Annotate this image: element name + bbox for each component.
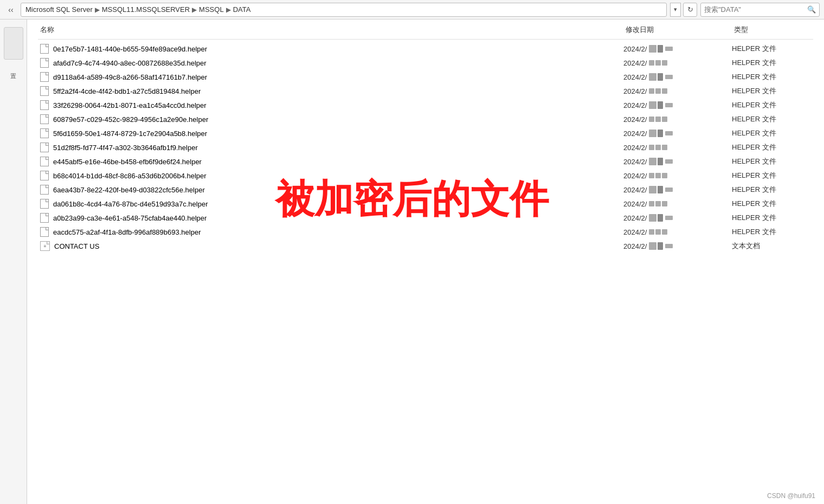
file-name: 0e17e5b7-1481-440e-b655-594fe89ace9d.hel… xyxy=(53,45,207,53)
main-content: 置 名称 修改日期 类型 0e17e5b7-1481-440e-b655-594… xyxy=(0,20,824,504)
file-icon xyxy=(40,44,49,54)
file-type: 文本文档 xyxy=(732,241,813,251)
file-icon xyxy=(40,171,49,180)
table-row[interactable]: 6aea43b7-8e22-420f-be49-d03822cfc56e.hel… xyxy=(38,183,813,197)
address-bar: ‹‹ Microsoft SQL Server ▶ MSSQL11.MSSQLS… xyxy=(0,0,824,20)
table-row[interactable]: e445abf5-e16e-46be-b458-efb6f9de6f24.hel… xyxy=(38,154,813,169)
file-date: 2024/2/ xyxy=(623,72,732,82)
file-type: HELPER 文件 xyxy=(732,128,813,138)
dropdown-arrow[interactable]: ▾ xyxy=(670,3,681,17)
col-header-name[interactable]: 名称 xyxy=(38,24,623,36)
date-blurred xyxy=(649,158,673,165)
file-name: 33f26298-0064-42b1-8071-ea1c45a4cc0d.hel… xyxy=(53,101,207,109)
file-name: d9118a64-a589-49c8-a266-58af147161b7.hel… xyxy=(53,73,207,81)
file-type: HELPER 文件 xyxy=(732,171,813,180)
file-name-cell: e445abf5-e16e-46be-b458-efb6f9de6f24.hel… xyxy=(38,157,623,166)
refresh-button[interactable]: ↻ xyxy=(683,3,697,17)
file-type: HELPER 文件 xyxy=(732,86,813,96)
table-row[interactable]: CONTACT US 2024/2/ 文本文档 xyxy=(38,239,813,253)
date-blurred xyxy=(649,242,673,250)
date-blurred xyxy=(649,229,667,235)
file-name: eacdc575-a2af-4f1a-8dfb-996af889b693.hel… xyxy=(53,228,201,236)
file-name-cell: 5f6d1659-50e1-4874-8729-1c7e2904a5b8.hel… xyxy=(38,128,623,138)
file-date: 2024/2/ xyxy=(623,58,732,68)
file-date: 2024/2/ xyxy=(623,86,732,96)
sidebar: 置 xyxy=(0,20,27,504)
col-header-date[interactable]: 修改日期 xyxy=(623,24,732,36)
file-type: HELPER 文件 xyxy=(732,114,813,124)
date-blurred xyxy=(649,117,667,122)
file-date: 2024/2/ xyxy=(623,114,732,124)
breadcrumb-sep-2: ▶ xyxy=(192,6,197,14)
breadcrumb-mssql11[interactable]: MSSQL11.MSSQLSERVER xyxy=(102,5,190,14)
file-icon xyxy=(40,213,49,223)
date-prefix: 2024/2/ xyxy=(623,228,647,236)
file-name-cell: CONTACT US xyxy=(38,241,623,251)
date-blurred xyxy=(649,130,673,137)
date-blurred xyxy=(649,201,667,206)
search-bar[interactable]: 🔍 xyxy=(700,3,820,17)
date-prefix: 2024/2/ xyxy=(623,87,647,95)
explorer-window: ‹‹ Microsoft SQL Server ▶ MSSQL11.MSSQLS… xyxy=(0,0,824,504)
table-row[interactable]: 60879e57-c029-452c-9829-4956c1a2e90e.hel… xyxy=(38,112,813,126)
search-input[interactable] xyxy=(704,5,805,14)
file-icon xyxy=(40,241,50,251)
file-date: 2024/2/ xyxy=(623,44,732,54)
date-prefix: 2024/2/ xyxy=(623,115,647,124)
file-icon xyxy=(40,114,49,124)
file-name: 5ff2a2f4-4cde-4f42-bdb1-a27c5d819484.hel… xyxy=(53,87,201,95)
breadcrumb-mssql[interactable]: MSSQL xyxy=(199,5,224,14)
table-row[interactable]: 0e17e5b7-1481-440e-b655-594fe89ace9d.hel… xyxy=(38,42,813,56)
file-icon xyxy=(40,72,49,82)
file-date: 2024/2/ xyxy=(623,199,732,209)
sidebar-placeholder-1 xyxy=(4,27,23,60)
table-row[interactable]: da061b8c-4cd4-4a76-87bc-d4e519d93a7c.hel… xyxy=(38,197,813,211)
table-row[interactable]: a0b23a99-ca3e-4e61-a548-75cfab4ae440.hel… xyxy=(38,211,813,225)
file-date: 2024/2/ xyxy=(623,128,732,138)
breadcrumb-controls: ▾ ↻ xyxy=(670,3,697,17)
date-blurred xyxy=(649,60,667,66)
file-date: 2024/2/ xyxy=(623,157,732,166)
breadcrumb-data[interactable]: DATA xyxy=(233,5,251,14)
table-row[interactable]: 5f6d1659-50e1-4874-8729-1c7e2904a5b8.hel… xyxy=(38,126,813,140)
date-prefix: 2024/2/ xyxy=(623,172,647,180)
table-row[interactable]: 33f26298-0064-42b1-8071-ea1c45a4cc0d.hel… xyxy=(38,98,813,112)
file-date: 2024/2/ xyxy=(623,100,732,110)
file-icon xyxy=(40,86,49,96)
file-name: a0b23a99-ca3e-4e61-a548-75cfab4ae440.hel… xyxy=(53,214,207,222)
file-type: HELPER 文件 xyxy=(732,72,813,82)
col-header-type[interactable]: 类型 xyxy=(732,24,813,36)
nav-buttons: ‹‹ xyxy=(4,3,17,16)
file-name: b68c4014-b1dd-48cf-8c86-a53d6b2006b4.hel… xyxy=(53,172,207,180)
search-icon[interactable]: 🔍 xyxy=(807,5,816,14)
file-name-cell: 0e17e5b7-1481-440e-b655-594fe89ace9d.hel… xyxy=(38,44,623,54)
table-row[interactable]: 51d2f8f5-fd77-4f47-a302-3b3646afb1f9.hel… xyxy=(38,140,813,154)
table-row[interactable]: d9118a64-a589-49c8-a266-58af147161b7.hel… xyxy=(38,70,813,84)
table-row[interactable]: b68c4014-b1dd-48cf-8c86-a53d6b2006b4.hel… xyxy=(38,169,813,183)
table-row[interactable]: afa6d7c9-4c74-4940-a8ec-00872688e35d.hel… xyxy=(38,56,813,70)
breadcrumb-microsoft-sql-server[interactable]: Microsoft SQL Server xyxy=(25,5,93,14)
breadcrumb-sep-1: ▶ xyxy=(95,6,100,14)
file-type: HELPER 文件 xyxy=(732,58,813,68)
table-row[interactable]: 5ff2a2f4-4cde-4f42-bdb1-a27c5d819484.hel… xyxy=(38,84,813,98)
file-rows: 0e17e5b7-1481-440e-b655-594fe89ace9d.hel… xyxy=(38,42,813,253)
breadcrumb-bar[interactable]: Microsoft SQL Server ▶ MSSQL11.MSSQLSERV… xyxy=(21,3,667,17)
date-blurred xyxy=(649,88,667,94)
sidebar-settings-label[interactable]: 置 xyxy=(8,66,18,70)
file-name-cell: da061b8c-4cd4-4a76-87bc-d4e519d93a7c.hel… xyxy=(38,199,623,209)
file-type: HELPER 文件 xyxy=(732,199,813,209)
file-name-cell: b68c4014-b1dd-48cf-8c86-a53d6b2006b4.hel… xyxy=(38,171,623,180)
file-list-container: 名称 修改日期 类型 0e17e5b7-1481-440e-b655-594fe… xyxy=(27,20,824,504)
file-name-cell: 5ff2a2f4-4cde-4f42-bdb1-a27c5d819484.hel… xyxy=(38,86,623,96)
date-blurred xyxy=(649,145,667,150)
file-name-cell: 60879e57-c029-452c-9829-4956c1a2e90e.hel… xyxy=(38,114,623,124)
breadcrumb-sep-3: ▶ xyxy=(226,6,231,14)
file-icon xyxy=(40,58,49,68)
date-prefix: 2024/2/ xyxy=(623,186,647,194)
date-prefix: 2024/2/ xyxy=(623,242,647,250)
date-blurred xyxy=(649,45,673,53)
table-row[interactable]: eacdc575-a2af-4f1a-8dfb-996af889b693.hel… xyxy=(38,225,813,239)
file-icon xyxy=(40,157,49,166)
date-blurred xyxy=(649,186,673,193)
back-button[interactable]: ‹‹ xyxy=(4,3,17,16)
